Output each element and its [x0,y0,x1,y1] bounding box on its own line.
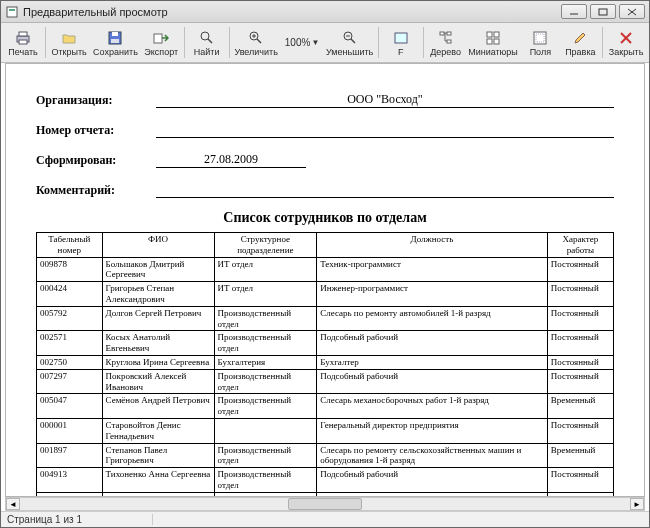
fullscreen-icon [394,29,408,47]
close-button[interactable] [619,4,645,19]
comment-label: Комментарий: [36,183,156,198]
svg-rect-30 [494,32,499,37]
table-cell: Подсобный рабочий [317,331,548,356]
zoom-in-icon [249,29,263,47]
document-viewport[interactable]: Организация: ООО "Восход" Номер отчета: … [5,63,645,497]
scroll-track[interactable] [20,498,630,510]
svg-rect-25 [447,40,451,43]
table-cell: Постоянный [547,418,613,443]
svg-rect-29 [487,32,492,37]
table-cell: Производственный отдел [214,369,317,394]
svg-rect-10 [112,32,118,36]
svg-rect-12 [154,34,162,43]
table-row: 002571Косых Анатолий ЕвгеньевичПроизводс… [37,331,614,356]
report-page: Организация: ООО "Восход" Номер отчета: … [6,64,644,497]
table-cell: Временный [547,394,613,419]
table-cell: 005047 [37,394,103,419]
edit-button[interactable]: Правка [560,23,600,62]
table-cell: Производственный отдел [214,306,317,331]
table-cell: Инженер-программист [317,282,548,307]
svg-rect-8 [19,40,27,44]
table-cell: Постоянный [547,468,613,493]
generated-value: 27.08.2009 [156,152,306,168]
table-header: Характер работы [547,233,613,258]
table-cell: 002571 [37,331,103,356]
org-label: Организация: [36,93,156,108]
table-cell: Семёнов Андрей Петрович [102,394,214,419]
scroll-thumb[interactable] [288,498,361,510]
find-button[interactable]: Найти [187,23,227,62]
table-cell: 009878 [37,257,103,282]
margins-button[interactable]: Поля [520,23,560,62]
tree-button[interactable]: Дерево [426,23,466,62]
table-cell: Бухгалтерия [214,355,317,369]
table-cell: Техник-программист [317,257,548,282]
zoom-out-button[interactable]: Уменьшить [323,23,376,62]
table-cell: Большаков Дмитрий Сергеевич [102,257,214,282]
table-cell: 005792 [37,306,103,331]
zoom-in-button[interactable]: Увеличить [232,23,281,62]
table-header: Структурное подразделение [214,233,317,258]
open-button[interactable]: Открыть [48,23,90,62]
comment-value [156,183,614,198]
toolbar: Печать Открыть Сохранить Экспорт Найти У… [1,23,649,63]
statusbar: Страница 1 из 1 [1,511,649,527]
maximize-button[interactable] [590,4,616,19]
close-icon [620,29,632,47]
table-cell: 001897 [37,443,103,468]
thumbnails-icon [486,29,500,47]
table-cell: Постоянный [547,355,613,369]
svg-point-13 [201,32,209,40]
employees-table: Табельный номерФИОСтруктурное подразделе… [36,232,614,497]
table-cell: Долгов Сергей Петрович [102,306,214,331]
scroll-right-button[interactable]: ► [630,498,644,510]
export-icon [153,29,169,47]
svg-rect-32 [494,39,499,44]
thumbnails-button[interactable]: Миниатюры [466,23,521,62]
table-row: 000424Григорьев Степан АлександровичИТ о… [37,282,614,307]
print-button[interactable]: Печать [3,23,43,62]
table-cell: Подсобный рабочий [317,468,548,493]
titlebar: Предварительный просмотр [1,1,649,23]
table-cell: Круглова Ирина Сергеевна [102,355,214,369]
table-cell: Постоянный [547,369,613,394]
table-cell: Производственный отдел [214,331,317,356]
table-cell: Производственный отдел [214,443,317,468]
fullscreen-button[interactable]: F [381,23,421,62]
table-cell: Степанов Павел Григорьевич [102,443,214,468]
table-cell: ИТ отдел [214,257,317,282]
table-row: 001897Степанов Павел ГригорьевичПроизвод… [37,443,614,468]
table-cell: Бухгалтер [317,355,548,369]
app-icon [5,5,19,19]
close-preview-button[interactable]: Закрыть [605,23,647,62]
table-cell: Подсобный рабочий [317,369,548,394]
margins-icon [533,29,547,47]
table-cell: Производственный отдел [214,394,317,419]
export-button[interactable]: Экспорт [141,23,182,62]
minimize-button[interactable] [561,4,587,19]
svg-rect-3 [599,9,607,15]
table-cell: Слесарь по ремонту автомобилей 1-й разря… [317,306,548,331]
svg-rect-1 [9,9,15,11]
zoom-dropdown[interactable]: 100% ▼ [281,37,324,48]
org-value: ООО "Восход" [156,92,614,108]
table-cell: Постоянный [547,331,613,356]
table-cell: Старовойтов Денис Геннадьевич [102,418,214,443]
table-cell: 000001 [37,418,103,443]
zoom-out-icon [343,29,357,47]
table-cell: 002750 [37,355,103,369]
printer-icon [15,29,31,47]
horizontal-scrollbar[interactable]: ◄ ► [5,497,645,511]
table-cell: Косых Анатолий Евгеньевич [102,331,214,356]
page-info: Страница 1 из 1 [7,514,153,525]
table-cell: Производственный отдел [214,468,317,493]
table-cell: Генеральный директор предприятия [317,418,548,443]
save-button[interactable]: Сохранить [90,23,140,62]
table-cell: Григорьев Степан Александрович [102,282,214,307]
table-row: 002750Круглова Ирина СергеевнаБухгалтери… [37,355,614,369]
table-header: ФИО [102,233,214,258]
table-row: 004913Тихоненко Анна СергеевнаПроизводст… [37,468,614,493]
generated-label: Сформирован: [36,153,156,168]
scroll-left-button[interactable]: ◄ [6,498,20,510]
reportnum-label: Номер отчета: [36,123,156,138]
